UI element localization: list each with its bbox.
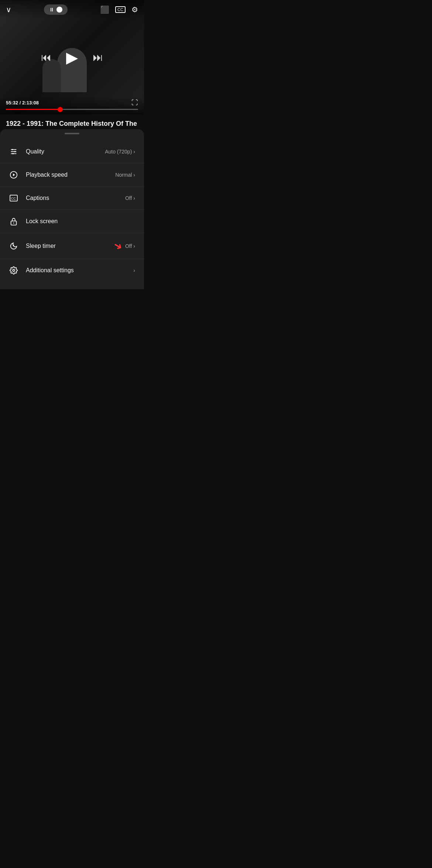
lock-screen-label: Lock screen xyxy=(26,218,135,225)
settings-bottom-sheet: Quality Auto (720p) › Playback speed Nor… xyxy=(0,129,144,289)
play-button[interactable]: ▶ xyxy=(66,48,78,66)
lock-screen-setting[interactable]: Lock screen xyxy=(0,210,144,233)
time-display: 55:32 / 2:13:08 xyxy=(6,100,39,106)
captions-setting[interactable]: CC Captions Off › xyxy=(0,187,144,210)
red-arrow-annotation: ➜ xyxy=(111,238,124,253)
svg-point-4 xyxy=(14,151,16,152)
svg-text:CC: CC xyxy=(11,197,16,200)
additional-settings-icon xyxy=(9,266,18,275)
svg-point-3 xyxy=(12,149,13,151)
sleep-timer-chevron: › xyxy=(133,243,135,249)
top-controls-bar: ∨ ⏸ ⬛ CC ⚙ xyxy=(0,0,144,19)
captions-chevron: › xyxy=(133,195,135,201)
cc-icon[interactable]: CC xyxy=(115,6,126,13)
sleep-timer-value: Off › xyxy=(125,243,135,249)
quality-setting[interactable]: Quality Auto (720p) › xyxy=(0,140,144,163)
playback-speed-label: Playback speed xyxy=(26,172,115,178)
pause-icon: ⏸ xyxy=(49,7,54,13)
playback-speed-chevron: › xyxy=(133,172,135,178)
sleep-timer-label: Sleep timer xyxy=(26,243,114,249)
video-player[interactable]: ∨ ⏸ ⬛ CC ⚙ ⏮ ▶ ⏭ 55:32 / 2:13:08 ⛶ xyxy=(0,0,144,114)
sliders-icon xyxy=(9,147,18,156)
additional-settings-label: Additional settings xyxy=(26,267,133,274)
settings-icon[interactable]: ⚙ xyxy=(131,5,138,14)
progress-fill xyxy=(6,109,60,110)
quality-chevron: › xyxy=(133,149,135,155)
next-button[interactable]: ⏭ xyxy=(93,51,103,63)
svg-point-11 xyxy=(13,222,14,224)
sheet-handle xyxy=(65,133,79,134)
lock-icon xyxy=(9,217,18,226)
additional-settings[interactable]: Additional settings › xyxy=(0,259,144,282)
playback-speed-icon xyxy=(9,170,18,180)
svg-point-5 xyxy=(12,153,14,155)
progress-thumb xyxy=(58,107,63,112)
fullscreen-button[interactable]: ⛶ xyxy=(131,99,138,107)
toggle-indicator xyxy=(56,7,62,13)
quality-value: Auto (720p) › xyxy=(105,149,135,155)
captions-label: Captions xyxy=(26,195,125,201)
pause-toggle[interactable]: ⏸ xyxy=(44,4,68,15)
playback-speed-setting[interactable]: Playback speed Normal › xyxy=(0,163,144,187)
progress-bar[interactable] xyxy=(6,109,138,110)
prev-button[interactable]: ⏮ xyxy=(41,51,51,63)
cast-icon[interactable]: ⬛ xyxy=(100,5,109,14)
playback-speed-value: Normal › xyxy=(115,172,135,178)
captions-value: Off › xyxy=(125,195,135,201)
chevron-down-icon[interactable]: ∨ xyxy=(6,5,11,14)
captions-icon: CC xyxy=(9,193,18,203)
svg-point-14 xyxy=(13,269,15,272)
svg-marker-7 xyxy=(13,173,15,176)
additional-settings-chevron: › xyxy=(133,267,135,273)
sleep-timer-setting[interactable]: Sleep timer ➜ Off › xyxy=(0,233,144,259)
sleep-timer-icon xyxy=(9,241,18,251)
bottom-controls-bar: 55:32 / 2:13:08 ⛶ xyxy=(0,96,144,114)
quality-label: Quality xyxy=(26,148,105,155)
playback-controls: ⏮ ▶ ⏭ xyxy=(41,48,103,66)
